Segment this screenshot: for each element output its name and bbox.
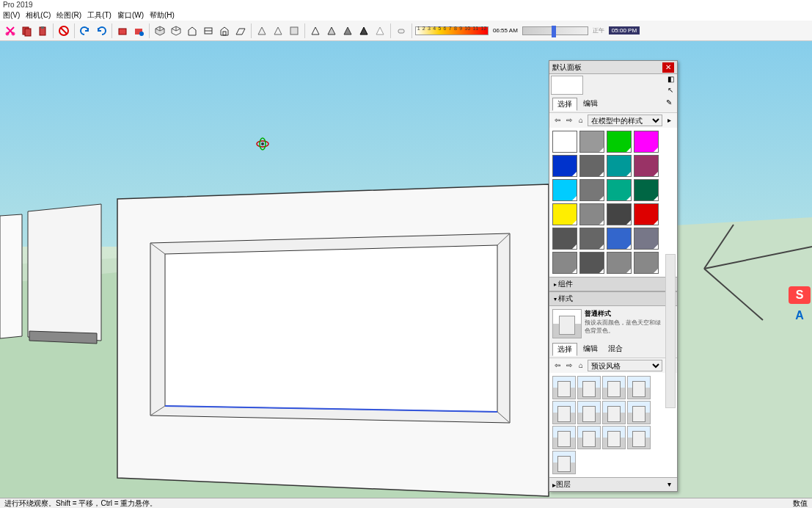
copy-icon[interactable]	[19, 23, 34, 38]
menu-camera[interactable]: 相机(C)	[24, 10, 52, 21]
style-thumb-7[interactable]	[602, 401, 626, 424]
styles-header[interactable]: 样式	[549, 291, 677, 306]
arrow-icon[interactable]: ↖	[665, 86, 676, 96]
styles-back-icon[interactable]: ⇦	[552, 360, 563, 371]
style6-icon[interactable]	[340, 23, 355, 38]
color-swatch-6[interactable]	[607, 155, 632, 177]
color-swatch-12[interactable]	[552, 203, 577, 225]
style-thumb-12[interactable]	[627, 426, 651, 449]
color-swatch-9[interactable]	[579, 179, 604, 201]
sogou-icon[interactable]: S	[789, 286, 811, 304]
iso-box-icon[interactable]	[153, 23, 167, 38]
color-swatch-18[interactable]	[607, 228, 632, 250]
color-swatch-5[interactable]	[579, 155, 604, 177]
menu-tools[interactable]: 工具(T)	[86, 10, 113, 21]
menu-draw[interactable]: 绘图(R)	[55, 10, 83, 21]
home-icon[interactable]: ⌂	[576, 115, 586, 126]
style4-icon[interactable]	[308, 23, 323, 38]
eraser-icon[interactable]	[394, 23, 409, 38]
materials-library-combo[interactable]: 在模型中的样式	[588, 115, 662, 126]
styles-tab-mix[interactable]: 混合	[604, 343, 627, 356]
menu-window[interactable]: 窗口(W)	[116, 10, 145, 21]
style1-icon[interactable]	[255, 23, 269, 38]
color-swatch-7[interactable]	[634, 155, 659, 177]
month-slider[interactable]: 1 2 3 4 5 6 7 8 9 10 11 12	[415, 26, 489, 35]
back-icon[interactable]: ⇦	[552, 115, 563, 126]
style7-icon[interactable]	[356, 23, 371, 38]
styles-home-icon[interactable]: ⌂	[576, 360, 586, 371]
tray-close-button[interactable]: ✕	[662, 62, 674, 73]
menu-view[interactable]: 图(V)	[1, 10, 21, 21]
cube-icon[interactable]: ◧	[665, 75, 676, 85]
style-thumb-10[interactable]	[577, 426, 601, 449]
color-swatch-20[interactable]	[552, 252, 577, 274]
color-swatch-4[interactable]	[552, 155, 577, 177]
color-swatch-21[interactable]	[579, 252, 604, 274]
house-top-icon[interactable]	[201, 23, 216, 38]
box-red-icon[interactable]	[115, 23, 130, 38]
iso-wire-icon[interactable]	[169, 23, 183, 38]
cut-icon[interactable]	[3, 23, 18, 38]
components-header[interactable]: 组件	[549, 277, 677, 291]
house-side-icon[interactable]	[217, 23, 232, 38]
time-slider[interactable]	[522, 26, 588, 35]
styles-tab-edit[interactable]: 编辑	[579, 343, 602, 356]
style-thumb-1[interactable]	[552, 376, 576, 399]
style-thumb-13[interactable]	[552, 451, 576, 474]
layers-menu-icon[interactable]: ▾	[664, 479, 674, 490]
color-swatch-17[interactable]	[579, 228, 604, 250]
box-blue-icon[interactable]	[131, 23, 146, 38]
color-scrollbar[interactable]	[665, 254, 676, 408]
styles-tabs: 选择 编辑 混合	[549, 341, 677, 358]
viewport-3d[interactable]	[0, 41, 812, 498]
styles-library-combo[interactable]: 预设风格	[588, 360, 662, 371]
color-swatch-14[interactable]	[607, 203, 632, 225]
style-thumb-2[interactable]	[577, 376, 601, 399]
tab-edit[interactable]: 编辑	[579, 98, 602, 111]
style-thumb-3[interactable]	[602, 376, 626, 399]
color-swatch-15[interactable]	[634, 203, 659, 225]
color-swatch-2[interactable]	[607, 131, 632, 153]
detail-icon[interactable]: ▸	[664, 115, 674, 126]
color-swatch-16[interactable]	[552, 228, 577, 250]
undo-icon[interactable]	[78, 23, 92, 38]
style8-icon[interactable]	[373, 23, 387, 38]
tray-titlebar[interactable]: 默认面板 ✕	[549, 61, 677, 74]
styles-tab-select[interactable]: 选择	[552, 343, 577, 356]
style-thumb-6[interactable]	[577, 401, 601, 424]
color-swatch-1[interactable]	[579, 131, 604, 153]
color-swatch-0[interactable]	[552, 131, 577, 153]
color-swatch-11[interactable]	[634, 179, 659, 201]
house-front-icon[interactable]	[185, 23, 200, 38]
style5-icon[interactable]	[324, 23, 339, 38]
color-swatch-22[interactable]	[607, 252, 632, 274]
house-persp-icon[interactable]	[233, 23, 248, 38]
tab-select[interactable]: 选择	[552, 98, 577, 111]
styles-fwd-icon[interactable]: ⇨	[564, 360, 574, 371]
style-thumb-4[interactable]	[627, 376, 651, 399]
pencil-icon[interactable]: ✎	[664, 98, 674, 108]
menu-help[interactable]: 帮助(H)	[148, 10, 176, 21]
color-swatch-3[interactable]	[634, 131, 659, 153]
current-style-thumb[interactable]	[552, 309, 582, 338]
color-swatch-10[interactable]	[607, 179, 632, 201]
redo-icon[interactable]	[94, 23, 109, 38]
material-thumb[interactable]	[551, 76, 583, 95]
edge-a-icon[interactable]: A	[789, 307, 811, 324]
style-thumb-5[interactable]	[552, 401, 576, 424]
fwd-icon[interactable]: ⇨	[564, 115, 574, 126]
style-thumb-11[interactable]	[602, 426, 626, 449]
time-slider-handle[interactable]	[552, 26, 556, 37]
color-swatch-13[interactable]	[579, 203, 604, 225]
style3-icon[interactable]	[287, 23, 301, 38]
style-info: 普通样式 预设表面颜色，蓝色天空和绿色背景色。 ď ◔	[549, 306, 677, 341]
color-swatch-8[interactable]	[552, 179, 577, 201]
delete-icon[interactable]	[56, 23, 71, 38]
color-swatch-19[interactable]	[634, 228, 659, 250]
paste-icon[interactable]	[35, 23, 50, 38]
style-thumb-8[interactable]	[627, 401, 651, 424]
style2-icon[interactable]	[271, 23, 285, 38]
color-swatch-23[interactable]	[634, 252, 659, 274]
style-thumb-9[interactable]	[552, 426, 576, 449]
layers-header[interactable]: ▸ 图层 ▾	[549, 477, 677, 491]
